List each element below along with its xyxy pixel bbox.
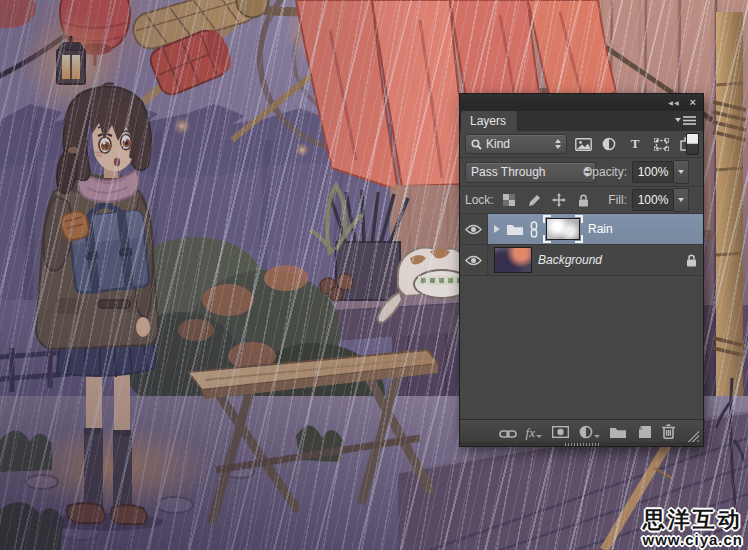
panel-menu-icon [675,115,697,127]
group-expander-icon[interactable] [494,225,500,233]
layer-row-rain[interactable]: Rain [460,214,703,245]
add-layer-mask-icon [551,425,570,439]
lock-all-icon[interactable] [575,190,593,210]
lock-image-pixels-icon[interactable] [525,190,543,210]
screenshot-stage: 思洋互动 www.ciya.cn ◀◀ × Layers [0,0,748,550]
layer-row-background[interactable]: Background [460,245,703,276]
rain-layer-body[interactable]: Rain [488,214,703,244]
layers-panel: ◀◀ × Layers Kind [459,93,704,447]
blend-row: Pass Through Opacity: 100% [460,158,703,187]
new-group-icon [609,426,627,439]
panel-tab-row: Layers [460,111,703,131]
caret-down-icon [536,435,542,438]
collapse-to-icons-button[interactable]: ◀◀ [668,100,679,106]
link-layers-button[interactable] [499,423,517,439]
delete-layer-button[interactable] [661,423,676,439]
lock-row: Lock: Fill: 100% [460,187,703,214]
blend-mode-dropdown[interactable]: Pass Through [465,162,596,183]
background-layer-body[interactable]: Background [488,245,703,275]
close-panel-button[interactable]: × [690,97,696,108]
fx-icon: fx [526,426,535,439]
tab-layers-label: Layers [470,114,506,128]
layer-styles-button[interactable]: fx [526,423,542,439]
filter-kind-dropdown[interactable]: Kind [465,134,567,154]
shape-layers-filter-icon[interactable] [650,134,672,154]
new-adjustment-layer-button[interactable] [579,423,600,439]
trash-icon [661,424,676,439]
lock-transparent-pixels-icon[interactable] [500,190,518,210]
pixel-layers-filter-icon[interactable] [572,134,594,154]
layers-list-empty-area[interactable] [460,276,703,419]
fill-label: Fill: [608,193,627,207]
opacity-dropdown-button[interactable] [674,160,689,184]
link-layers-icon [499,429,517,439]
background-layer-thumbnail[interactable] [494,247,532,273]
lock-icon [686,254,697,267]
filter-row: Kind T [460,131,703,158]
background-layer-name[interactable]: Background [538,253,602,267]
eye-icon [465,255,482,266]
type-layers-filter-icon[interactable]: T [624,134,646,154]
filter-kind-value: Kind [486,137,510,151]
watermark-url: www.ciya.cn [643,532,743,547]
eye-icon [465,224,482,235]
add-layer-mask-button[interactable] [551,423,570,439]
blend-mode-value: Pass Through [471,165,546,179]
watermark: 思洋互动 www.ciya.cn [643,509,743,547]
rain-layer-mask-thumbnail[interactable] [544,216,582,242]
background-visibility-toggle[interactable] [460,245,488,275]
panel-resize-grip[interactable] [687,430,699,442]
fill-dropdown-button[interactable] [674,188,689,212]
fill-value-field[interactable]: 100% [632,189,674,211]
tab-layers[interactable]: Layers [460,110,518,131]
lock-label: Lock: [465,193,494,207]
panel-titlebar[interactable]: ◀◀ × [460,94,703,111]
panel-footer-toolbar: fx [460,419,703,442]
layer-filtering-toggle[interactable] [686,133,699,155]
panel-bottom-edge [460,442,703,446]
panel-drag-handle[interactable] [565,443,599,446]
opacity-label: Opacity: [583,165,627,179]
watermark-brand: 思洋互动 [643,509,743,531]
adjustment-layer-icon [579,425,593,439]
filter-type-buttons: T [572,134,698,154]
opacity-value-field[interactable]: 100% [632,161,674,183]
dropdown-arrows-icon [555,139,561,149]
lock-position-icon[interactable] [550,190,568,210]
rain-layer-name[interactable]: Rain [588,222,613,236]
panel-menu-button[interactable] [675,115,697,127]
group-folder-icon [506,223,524,236]
search-icon [471,139,482,150]
caret-down-icon [594,435,600,438]
new-group-button[interactable] [609,423,627,439]
background-lock-badge [686,254,697,267]
new-layer-button[interactable] [636,423,652,439]
rain-visibility-toggle[interactable] [460,214,488,244]
adjustment-layers-filter-icon[interactable] [598,134,620,154]
mask-link-icon [530,221,538,238]
new-layer-icon [636,424,652,439]
